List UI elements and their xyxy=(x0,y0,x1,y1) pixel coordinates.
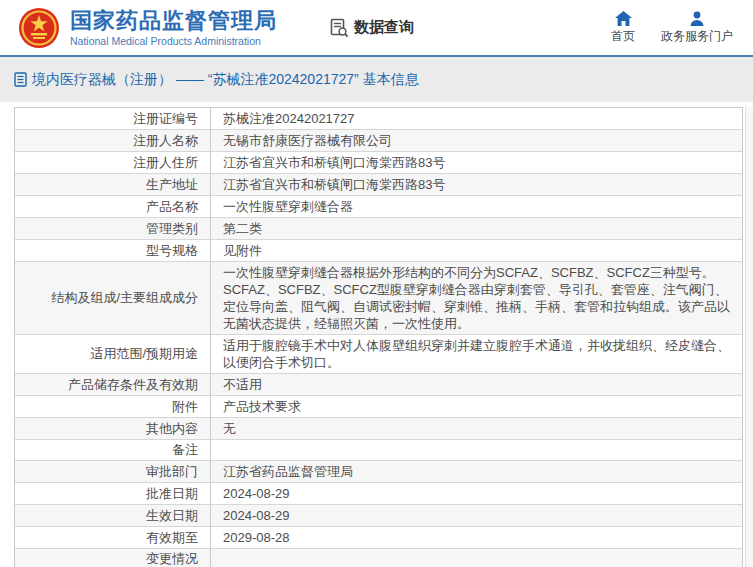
row-value xyxy=(211,440,742,460)
row-label: 产品储存条件及有效期 xyxy=(15,374,211,395)
row-value: 一次性腹壁穿刺缝合器根据外形结构的不同分为SCFAZ、SCFBZ、SCFCZ三种… xyxy=(211,262,742,334)
row-value: 2024-08-29 xyxy=(211,483,742,504)
table-row: 管理类别第二类 xyxy=(15,218,742,240)
table-row: 适用范围/预期用途适用于腹腔镜手术中对人体腹壁组织穿刺并建立腹腔手术通道，并收拢… xyxy=(15,335,742,374)
row-label: 注册人住所 xyxy=(15,152,211,173)
row-value: 无 xyxy=(211,418,742,439)
header-nav: 首页 政务服务门户 xyxy=(611,11,739,45)
site-header: 国家药品监督管理局 National Medical Products Admi… xyxy=(0,0,753,57)
table-row: 审批部门江苏省药品监督管理局 xyxy=(15,461,742,483)
table-row: 变更情况 xyxy=(15,549,742,567)
table-row: 产品名称一次性腹壁穿刺缝合器 xyxy=(15,196,742,218)
row-value: 江苏省药品监督管理局 xyxy=(211,461,742,482)
table-row: 生效日期2024-08-29 xyxy=(15,505,742,527)
breadcrumb-text: 境内医疗器械（注册） —— “苏械注准20242021727” 基本信息 xyxy=(32,71,419,89)
table-row: 生产地址江苏省宜兴市和桥镇闸口海棠西路83号 xyxy=(15,174,742,196)
row-value: 见附件 xyxy=(211,240,742,261)
row-label: 注册人名称 xyxy=(15,130,211,151)
row-label: 生效日期 xyxy=(15,505,211,526)
table-row: 备注 xyxy=(15,440,742,461)
row-value: 产品技术要求 xyxy=(211,396,742,417)
home-icon xyxy=(615,11,632,26)
table-row: 批准日期2024-08-29 xyxy=(15,483,742,505)
row-label: 审批部门 xyxy=(15,461,211,482)
agency-brand: 国家药品监督管理局 National Medical Products Admi… xyxy=(18,7,277,49)
national-emblem-icon xyxy=(18,7,60,49)
row-value: 苏械注准20242021727 xyxy=(211,108,742,129)
nav-portal[interactable]: 政务服务门户 xyxy=(661,11,733,45)
row-label: 其他内容 xyxy=(15,418,211,439)
user-icon xyxy=(689,11,705,26)
row-label: 注册证编号 xyxy=(15,108,211,129)
agency-title-en: National Medical Products Administration xyxy=(70,35,277,47)
table-row: 产品储存条件及有效期不适用 xyxy=(15,374,742,396)
document-search-icon xyxy=(329,18,349,38)
row-label: 有效期至 xyxy=(15,527,211,548)
table-row: 附件产品技术要求 xyxy=(15,396,742,418)
row-value: 第二类 xyxy=(211,218,742,239)
row-label: 产品名称 xyxy=(15,196,211,217)
row-value: 一次性腹壁穿刺缝合器 xyxy=(211,196,742,217)
row-label: 备注 xyxy=(15,440,211,460)
row-label: 批准日期 xyxy=(15,483,211,504)
table-row: 注册人名称无锡市舒康医疗器械有限公司 xyxy=(15,130,742,152)
registration-info-table: 注册证编号苏械注准20242021727 注册人名称无锡市舒康医疗器械有限公司 … xyxy=(14,107,743,567)
row-label: 结构及组成/主要组成成分 xyxy=(15,262,211,334)
nav-portal-label: 政务服务门户 xyxy=(661,28,733,45)
table-row: 注册证编号苏械注准20242021727 xyxy=(15,108,742,130)
breadcrumb-band: 境内医疗器械（注册） —— “苏械注准20242021727” 基本信息 xyxy=(0,57,753,102)
row-value: 江苏省宜兴市和桥镇闸口海棠西路83号 xyxy=(211,152,742,173)
page-scrollbar[interactable] xyxy=(745,107,753,567)
row-label: 管理类别 xyxy=(15,218,211,239)
agency-title-cn: 国家药品监督管理局 xyxy=(70,8,277,33)
table-row: 有效期至2029-08-28 xyxy=(15,527,742,549)
row-value: 适用于腹腔镜手术中对人体腹壁组织穿刺并建立腹腔手术通道，并收拢组织、经皮缝合、以… xyxy=(211,335,742,373)
table-row: 其他内容无 xyxy=(15,418,742,440)
row-value xyxy=(211,549,742,567)
nav-home[interactable]: 首页 xyxy=(611,11,635,45)
row-value: 不适用 xyxy=(211,374,742,395)
row-label: 变更情况 xyxy=(15,549,211,567)
table-row: 型号规格见附件 xyxy=(15,240,742,262)
table-row: 注册人住所江苏省宜兴市和桥镇闸口海棠西路83号 xyxy=(15,152,742,174)
main-content: 注册证编号苏械注准20242021727 注册人名称无锡市舒康医疗器械有限公司 … xyxy=(0,107,753,567)
breadcrumb: 境内医疗器械（注册） —— “苏械注准20242021727” 基本信息 xyxy=(14,71,419,89)
data-query-label: 数据查询 xyxy=(354,18,414,37)
table-row: 结构及组成/主要组成成分一次性腹壁穿刺缝合器根据外形结构的不同分为SCFAZ、S… xyxy=(15,262,742,335)
data-query-button[interactable]: 数据查询 xyxy=(329,18,414,38)
document-icon xyxy=(14,72,27,87)
row-label: 生产地址 xyxy=(15,174,211,195)
row-value: 2024-08-29 xyxy=(211,505,742,526)
row-value: 江苏省宜兴市和桥镇闸口海棠西路83号 xyxy=(211,174,742,195)
row-value: 2029-08-28 xyxy=(211,527,742,548)
row-label: 型号规格 xyxy=(15,240,211,261)
row-label: 适用范围/预期用途 xyxy=(15,335,211,373)
nav-home-label: 首页 xyxy=(611,28,635,45)
row-value: 无锡市舒康医疗器械有限公司 xyxy=(211,130,742,151)
row-label: 附件 xyxy=(15,396,211,417)
